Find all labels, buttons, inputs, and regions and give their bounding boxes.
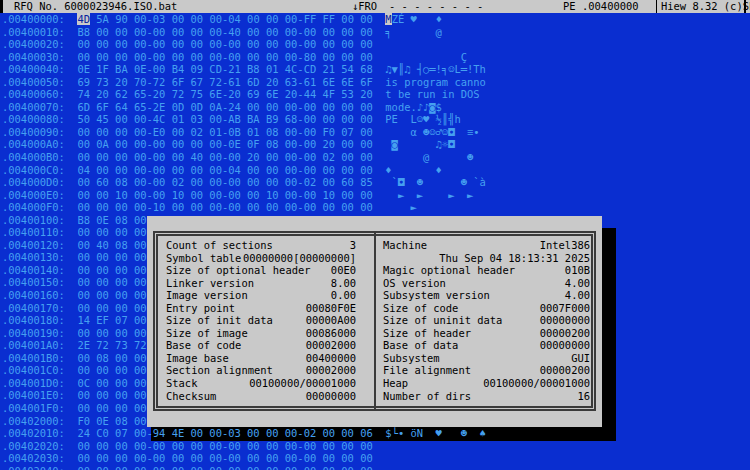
dialog-field-label: File alignment (383, 364, 471, 377)
hex-row[interactable]: .00400090: 00 00 00 00-E0 00 02 01-0B 01… (0, 126, 750, 139)
dialog-field-label: Linker version (166, 277, 254, 290)
file-format-badge[interactable]: PE (563, 0, 576, 13)
hex-row[interactable]: .00400010: B8 00 00 00-00 00 00 00-40 00… (0, 26, 750, 39)
dialog-row: Count of sections3 (166, 239, 356, 252)
cursor-byte[interactable]: 4D (77, 13, 90, 25)
bar-right-edge (744, 0, 746, 13)
dialog-column-right: MachineIntel386Thu Sep 04 18:13:31 2025M… (383, 239, 590, 402)
hex-row[interactable]: .004000B0: 00 00 00 00-00 00 40 00-00 20… (0, 151, 750, 164)
hex-row[interactable]: .00402040: 00 00 00 00-00 00 00 00-00 00… (0, 465, 750, 470)
dialog-field-label: Image base (166, 352, 229, 365)
app-title: Hiew 8.32 (c)SEN (661, 0, 750, 13)
dialog-field-value: 0.00 (331, 289, 356, 302)
dialog-divider (374, 232, 376, 410)
hex-row[interactable]: .00402020: 00 00 00 00-00 00 00 00-00 00… (0, 440, 750, 453)
dialog-row: Checksum00000000 (166, 390, 356, 403)
dialog-row: Size of header00000200 (383, 327, 590, 340)
dialog-row: Stack00100000/00001000 (166, 377, 356, 390)
dialog-field-label: Count of sections (166, 239, 273, 252)
dialog-row: OS version4.00 (383, 277, 590, 290)
hex-row[interactable]: .00400000: 4D 5A 90 00-03 00 00 00-04 00… (0, 13, 750, 26)
dialog-field-label: OS version (383, 277, 446, 290)
hiew-window: RFQ No. 6000023946.ISO.bat ↓FRO - - - - … (0, 0, 750, 470)
hex-row[interactable]: .00402010: 24 C0 07 00-94 4E 00 00-03 00… (0, 427, 750, 440)
hex-row[interactable]: .00400020: 00 00 00 00-00 00 00 00-00 00… (0, 38, 750, 51)
dialog-field-label: Magic optional header (383, 264, 515, 277)
hex-row[interactable]: .00400050: 69 73 20 70-72 6F 67 72-61 6D… (0, 76, 750, 89)
dialog-row: Size of image00086000 (166, 327, 356, 340)
dialog-field-label: Section alignment (166, 364, 273, 377)
hex-row[interactable]: .004000E0: 00 00 10 00-00 10 00 00-00 00… (0, 189, 750, 202)
dialog-field-value: Intel386 (540, 239, 590, 252)
dialog-row: Linker version8.00 (166, 277, 356, 290)
dialog-field-label: Size of header (383, 327, 471, 340)
hex-row[interactable]: .004000A0: 00 0A 00 00-00 00 00 00-0E 0F… (0, 138, 750, 151)
dialog-field-value: 4.00 (565, 289, 590, 302)
bar-left-edge (0, 0, 3, 13)
dialog-row: Number of dirs16 (383, 390, 590, 403)
hex-row[interactable]: .00400030: 00 00 00 00-00 00 00 00-00 00… (0, 51, 750, 64)
hex-row[interactable]: .004000F0: 00 00 00 00-10 00 00 00-00 00… (0, 201, 750, 214)
dialog-field-value: 00000A00 (306, 314, 356, 327)
dialog-field-label: Base of data (383, 339, 458, 352)
dialog-field-value: 4.00 (565, 277, 590, 290)
dialog-row: Thu Sep 04 18:13:31 2025 (383, 252, 590, 265)
dialog-field-value: 16 (577, 390, 590, 403)
dialog-field-value: 00000200 (540, 364, 590, 377)
dialog-field-value: 0007F000 (540, 302, 590, 315)
dialog-field-label: Size of init data (166, 314, 273, 327)
dialog-field-label: Heap (383, 377, 408, 390)
bar-divider (656, 0, 657, 13)
dialog-field-value: 00086000 (306, 327, 356, 340)
hex-row[interactable]: .00400080: 50 45 00 00-4C 01 03 00-AB BA… (0, 113, 750, 126)
dialog-field-value: 00000000 (540, 314, 590, 327)
dialog-field-value: 8.00 (331, 277, 356, 290)
current-address[interactable]: .00400000 (582, 0, 639, 13)
dialog-field-label: Subsystem version (383, 289, 490, 302)
hex-row[interactable]: .00400060: 74 20 62 65-20 72 75 6E-20 69… (0, 88, 750, 101)
hex-row[interactable]: .00402030: 00 00 00 00-00 00 00 00-00 00… (0, 452, 750, 465)
dialog-row: Heap00100000/00001000 (383, 377, 590, 390)
mode-dashes: - - - - - - - - (389, 0, 483, 13)
dialog-column-left: Count of sections3Symbol table00000000[0… (166, 239, 356, 402)
dialog-row: Base of data00000000 (383, 339, 590, 352)
dialog-row: Magic optional header010B (383, 264, 590, 277)
dialog-field-value: 00100000/00001000 (249, 377, 356, 390)
dialog-field-value: 3 (350, 239, 356, 252)
dialog-row: Image version0.00 (166, 289, 356, 302)
dialog-field-label: Size of uninit data (383, 314, 502, 327)
dialog-row: Subsystem version4.00 (383, 289, 590, 302)
dialog-field-label: Machine (383, 239, 427, 252)
dialog-row: File alignment00000200 (383, 364, 590, 377)
dialog-row: Size of init data00000A00 (166, 314, 356, 327)
dialog-field-value: 00002000 (306, 339, 356, 352)
dialog-field-value: 00002000 (306, 364, 356, 377)
dialog-field-label: Size of optional header (166, 264, 311, 277)
dialog-field-label: Image version (166, 289, 248, 302)
dialog-field-label: Checksum (166, 390, 216, 403)
dialog-field-label: Entry point (166, 302, 235, 315)
hex-row[interactable]: .00400070: 6D 6F 64 65-2E 0D 0D 0A-24 00… (0, 101, 750, 114)
hex-row[interactable]: .004000C0: 04 00 00 00-00 00 00 00-04 00… (0, 164, 750, 177)
dialog-field-label: Subsystem (383, 352, 440, 365)
dialog-field-value: 00400000 (306, 352, 356, 365)
dialog-field-label: Stack (166, 377, 197, 390)
dialog-field-value: 00000000 (306, 390, 356, 403)
dialog-field-label: Size of code (383, 302, 458, 315)
dialog-row: Section alignment00002000 (166, 364, 356, 377)
dialog-field-value: GUI (571, 352, 590, 365)
dialog-field-value: 00E0 (331, 264, 356, 277)
hex-row[interactable]: .004000D0: 00 60 08 00-00 02 00 00-00 00… (0, 176, 750, 189)
dialog-field-value: 00080F0E (306, 302, 356, 315)
mode-indicator[interactable]: ↓FRO (352, 0, 377, 13)
title-bar: RFQ No. 6000023946.ISO.bat ↓FRO - - - - … (0, 0, 750, 13)
dialog-row: Base of code00002000 (166, 339, 356, 352)
dialog-field-value: 00100000/00001000 (483, 377, 590, 390)
dialog-field-label: Base of code (166, 339, 241, 352)
dialog-row: Entry point00080F0E (166, 302, 356, 315)
hex-row[interactable]: .00400040: 0E 1F BA 0E-00 B4 09 CD-21 B8… (0, 63, 750, 76)
dialog-row: Size of uninit data00000000 (383, 314, 590, 327)
dialog-row: Symbol table00000000[00000000] (166, 252, 356, 265)
dialog-field-value: 010B (565, 264, 590, 277)
dialog-row: Size of optional header00E0 (166, 264, 356, 277)
